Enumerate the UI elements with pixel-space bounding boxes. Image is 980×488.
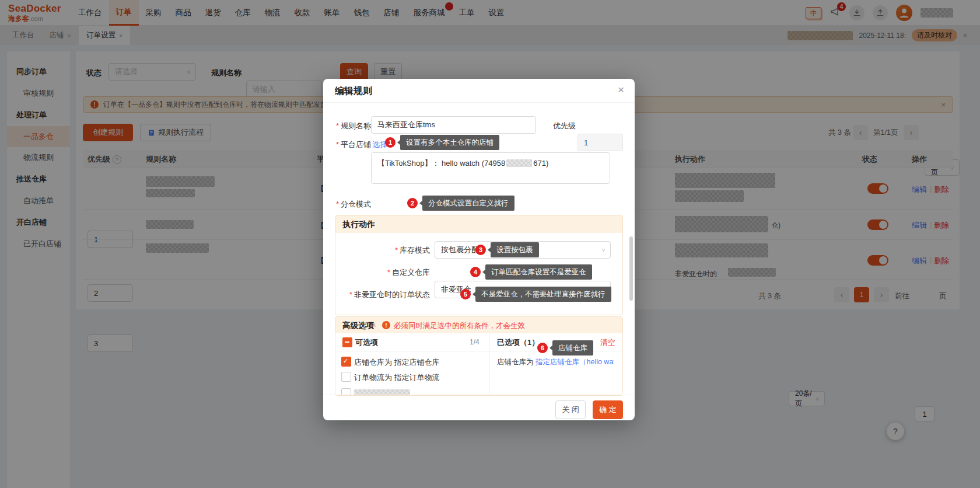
step-badge-3: 3 (475, 245, 486, 255)
cancel-button[interactable]: 关 闭 (555, 400, 586, 419)
step-badge-1: 1 (385, 137, 396, 148)
divider (323, 102, 635, 103)
priority-input[interactable]: 1 (578, 134, 623, 151)
option-shop-warehouse: 店铺仓库为 指定店铺仓库 (354, 357, 440, 368)
tooltip-shop: 设置有多个本土仓库的店铺 (400, 135, 499, 150)
selected-item: 店铺仓库为 指定店铺仓库（hello watch（马... (497, 357, 614, 368)
exec-action-section: 执行动作 *库存模式 按包裹分配 ∨ 3 设置按包裹 *自定义仓库 非爱亚仓 ∨… (335, 215, 623, 315)
step-badge-6: 6 (537, 343, 548, 353)
step-badge-2: 2 (407, 198, 418, 208)
platform-shop-label: *平台店铺 (336, 140, 371, 150)
rule-name-input[interactable]: 马来西亚仓库tms (371, 116, 536, 134)
stock-mode-label: *库存模式 (335, 245, 430, 256)
edit-rule-modal: 编辑规则 × *规则名称 马来西亚仓库tms 优先级 1 *平台店铺 选择 1 … (323, 79, 635, 420)
tooltip-selected: 店铺仓库 (552, 340, 593, 355)
divider (489, 333, 489, 395)
selected-shops-box: 【TikTokShop】： hello watch (74958671) (371, 152, 610, 184)
exec-section-header (335, 215, 622, 233)
confirm-button[interactable]: 确 定 (593, 400, 623, 419)
rule-name-label: *规则名称 (336, 121, 371, 131)
checkbox-shop-warehouse[interactable] (341, 357, 351, 367)
step-badge-5: 5 (460, 289, 471, 299)
clear-selected-link[interactable]: 清空 (600, 337, 615, 348)
custom-warehouse-label: *自定义仓库 (335, 267, 430, 278)
info-icon: ! (382, 321, 390, 329)
tooltip-stock: 设置按包裹 (491, 242, 539, 257)
collapse-caret-icon[interactable]: ∧ (372, 321, 376, 329)
close-icon[interactable]: × (618, 83, 624, 96)
available-title: 可选项 (355, 337, 378, 348)
step-badge-4: 4 (470, 267, 481, 277)
tooltip-warehouse: 订单匹配仓库设置不是爱亚仓 (485, 264, 592, 280)
advanced-warning: 必须同时满足选中的所有条件，才会生效 (394, 321, 525, 331)
priority-label: 优先级 (553, 121, 576, 131)
divider (323, 395, 635, 395)
select-all-checkbox[interactable] (342, 337, 352, 347)
exec-section-title: 执行动作 (342, 219, 375, 230)
selected-item-link[interactable]: 指定店铺仓库（hello watch（马... (536, 358, 614, 366)
non-aiya-status-label: *非爱亚仓时的订单状态 (335, 290, 430, 300)
advanced-options-section: 高级选项 ∧ ! 必须同时满足选中的所有条件，才会生效 可选项 1/4 已选项（… (335, 316, 623, 396)
available-count: 1/4 (470, 338, 480, 346)
tooltip-mode: 分仓模式设置自定义就行 (422, 196, 514, 211)
selected-title: 已选项（1） (497, 337, 539, 348)
modal-title: 编辑规则 (335, 85, 372, 97)
option-order-logistics: 订单物流为 指定订单物流 (354, 372, 440, 383)
chevron-down-icon: ∨ (601, 247, 606, 252)
tooltip-status: 不是爱亚仓，不需要处理直接作废就行 (475, 287, 611, 302)
checkbox-order-logistics[interactable] (341, 372, 351, 382)
warehouse-mode-label: *分仓模式 (336, 199, 371, 210)
scrollbar-thumb[interactable] (629, 236, 633, 301)
advanced-title: 高级选项 (342, 320, 374, 331)
shop-id-redacted (506, 159, 532, 167)
app-page: SeaDocker 海多客.com 工作台 订单 采购 商品 退货 仓库 物流 … (0, 0, 980, 488)
